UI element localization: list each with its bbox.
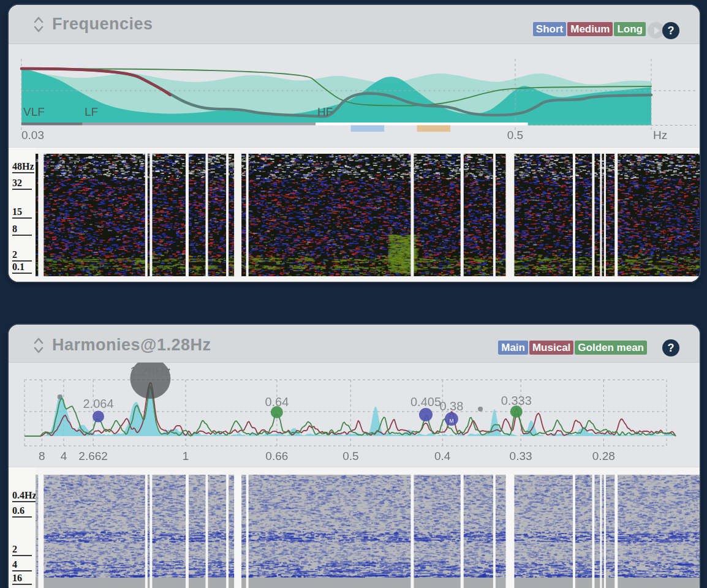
collapse-expand-icon[interactable] <box>33 337 44 354</box>
peak-label-0.64: 0.64 <box>265 395 289 409</box>
x-tick-0.28: 0.28 <box>592 450 615 463</box>
peak-label-0.405: 0.405 <box>410 395 441 409</box>
x-tick-0.33: 0.33 <box>510 450 532 463</box>
x-tick-0.66: 0.66 <box>265 450 288 463</box>
frequencies-spectrogram-y-axis: 48Hz3215820.1 <box>9 148 36 282</box>
legend-badge-short[interactable]: Short <box>533 22 566 36</box>
spectrogram-y-tick-2: 2 <box>12 249 32 262</box>
collapse-expand-icon[interactable] <box>33 16 44 33</box>
x-tick-Hz: Hz <box>653 129 667 142</box>
frequency-spectrum-chart[interactable] <box>9 44 700 152</box>
legend-badge-long[interactable]: Long <box>614 22 646 36</box>
marker-letter-M: M <box>449 418 454 424</box>
x-tick-4: 4 <box>61 450 67 463</box>
spectrogram-y-tick-15: 15 <box>12 206 32 219</box>
peak-label-0.333: 0.333 <box>501 394 532 408</box>
spectrogram-y-tick-2: 2 <box>12 543 32 556</box>
help-button-frequencies[interactable]: ? <box>662 22 679 39</box>
frequencies-header: Frequencies ShortMediumLong ? <box>9 5 700 44</box>
legend-badge-medium[interactable]: Medium <box>567 22 613 36</box>
panel-title-harmonies: Harmonies@1.28Hz <box>52 336 211 355</box>
harmonies-spectrogram-y-axis: 0.4Hz0.62416 <box>9 467 36 588</box>
frequencies-legend: ShortMediumLong <box>533 22 646 36</box>
harmonies-legend: MainMusicalGolden mean <box>498 341 647 355</box>
legend-badge-main[interactable]: Main <box>498 341 528 355</box>
x-tick-8: 8 <box>39 450 45 463</box>
x-tick-0.5: 0.5 <box>342 450 358 463</box>
play-button[interactable] <box>648 22 664 39</box>
frequencies-spectrogram <box>36 154 700 276</box>
legend-badge-musical[interactable]: Musical <box>529 341 573 355</box>
x-tick-2.662: 2.662 <box>78 450 108 463</box>
x-tick-0.5: 0.5 <box>507 129 523 142</box>
spectrogram-y-tick-4: 4 <box>12 559 32 571</box>
x-tick-1: 1 <box>183 450 189 463</box>
spectrogram-y-tick-8: 8 <box>12 223 32 236</box>
harmonies-panel: Harmonies@1.28Hz MainMusicalGolden mean … <box>9 325 700 588</box>
spectrogram-y-tick-0.4Hz: 0.4Hz <box>12 489 37 502</box>
spectrogram-y-tick-32: 32 <box>12 177 32 190</box>
harmonies-header: Harmonies@1.28Hz MainMusicalGolden mean … <box>9 325 700 363</box>
band-label-lf: LF <box>85 105 98 119</box>
x-tick-0.4: 0.4 <box>434 450 450 463</box>
peak-label-0.38: 0.38 <box>439 399 463 413</box>
spectrogram-y-tick-48Hz: 48Hz <box>12 160 34 173</box>
x-tick-0.03: 0.03 <box>21 129 44 142</box>
harmonies-spectrogram <box>36 475 700 588</box>
spectrogram-y-tick-0.1: 0.1 <box>12 261 32 274</box>
panel-title-frequencies: Frequencies <box>52 15 153 34</box>
spectrogram-y-tick-0.6: 0.6 <box>12 505 32 518</box>
frequencies-panel: Frequencies ShortMediumLong ? VLFLFHF 0.… <box>9 5 700 282</box>
selected-peak-label: 1.28Hz <box>130 364 171 379</box>
legend-badge-golden-mean[interactable]: Golden mean <box>575 341 647 355</box>
spectrogram-y-tick-16: 16 <box>12 572 32 585</box>
peak-label-2.064: 2.064 <box>83 397 113 411</box>
help-button-harmonies[interactable]: ? <box>662 339 679 356</box>
band-label-vlf: VLF <box>23 105 45 119</box>
band-label-hf: HF <box>317 105 333 119</box>
